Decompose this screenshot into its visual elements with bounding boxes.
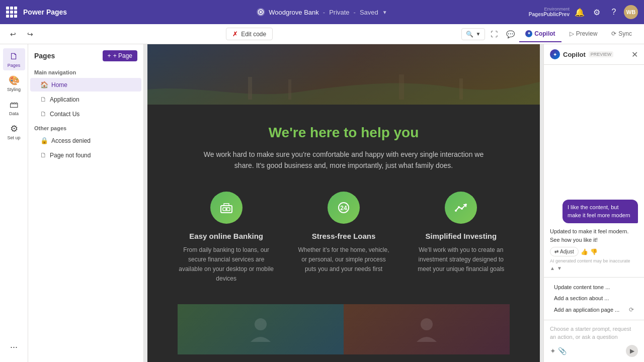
quick-prompt-update-tone[interactable]: Update content tone ... xyxy=(550,282,638,293)
nav-item-contact[interactable]: 🗋 Contact Us xyxy=(30,107,141,121)
copilot-header-left: ✦ Copilot PREVIEW xyxy=(550,49,613,59)
input-placeholder-text: Choose a starter prompt, request an acti… xyxy=(550,325,638,341)
investing-desc: We'll work with you to create an investm… xyxy=(413,245,510,275)
svg-rect-8 xyxy=(224,204,229,206)
svg-rect-2 xyxy=(248,77,252,100)
help-icon[interactable]: ? xyxy=(607,5,621,19)
status-chevron[interactable]: ▼ xyxy=(382,10,387,15)
avatar[interactable]: WB xyxy=(624,5,638,19)
quick-prompt-add-app-page[interactable]: Add an application page ... ⟳ xyxy=(550,304,638,316)
top-bar-center: Woodgrove Bank - Private - Saved ▼ xyxy=(257,8,387,16)
thumbs-up-button[interactable]: 👍 xyxy=(581,248,588,255)
bottom-images xyxy=(178,304,510,354)
loans-title: Stress-free Loans xyxy=(295,232,392,240)
more-icon: ··· xyxy=(10,342,18,352)
nav-item-home[interactable]: 🏠 Home xyxy=(30,78,141,92)
comments-button[interactable]: 💬 xyxy=(503,27,517,41)
feature-banking: Easy online Banking From daily banking t… xyxy=(178,192,275,284)
top-bar-right: Environment PagesPublicPrev 🔔 ⚙ ? WB xyxy=(529,5,638,19)
feedback-like-icon[interactable]: ▲ xyxy=(550,265,555,271)
env-badge: Environment PagesPublicPrev xyxy=(529,7,570,18)
fullscreen-button[interactable]: ⛶ xyxy=(487,27,501,41)
zoom-icon: 🔍 xyxy=(466,31,473,38)
edit-code-button[interactable]: ✗ Edit code xyxy=(226,28,273,40)
chat-spacer xyxy=(550,71,638,196)
settings-icon[interactable]: ⚙ xyxy=(590,5,604,19)
copilot-chat-area: I like the content, but make it feel mor… xyxy=(544,65,644,277)
top-bar-left: Power Pages xyxy=(6,7,67,18)
feature-investing: Simplified Investing We'll work with you… xyxy=(413,192,510,284)
ai-disclaimer: AI generated content may be inaccurate xyxy=(550,258,638,263)
save-status: Saved xyxy=(360,9,378,16)
sidebar-item-data[interactable]: 🗃 Data xyxy=(3,97,25,119)
svg-point-15 xyxy=(465,204,467,206)
sparkle-input-icon[interactable]: ✦ xyxy=(550,347,556,355)
pages-panel-header: Pages + + Page xyxy=(28,44,143,65)
action-tabs: 💬 ✦ Copilot ▷ Preview ⟳ Sync xyxy=(503,26,638,42)
chat-response-text: Updated to make it feel modern. See how … xyxy=(550,227,638,244)
banking-title: Easy online Banking xyxy=(178,232,275,240)
features-row: Easy online Banking From daily banking t… xyxy=(178,192,510,284)
svg-text:24: 24 xyxy=(340,205,347,212)
bottom-image-left xyxy=(178,304,344,354)
send-button[interactable]: ▶ xyxy=(626,345,638,357)
svg-rect-3 xyxy=(288,79,291,100)
undo-redo-group: ↩ ↪ xyxy=(6,27,37,41)
copilot-logo: ✦ xyxy=(550,49,560,59)
feedback-icons: ▲ ▼ xyxy=(550,265,638,271)
sync-tab[interactable]: ⟳ Sync xyxy=(605,26,638,42)
nav-item-access-denied[interactable]: 🔒 Access denied xyxy=(30,134,141,147)
svg-point-13 xyxy=(458,206,460,208)
page-hero-subtitle: We work hard to make sure you're comfort… xyxy=(203,149,485,171)
waffle-icon[interactable] xyxy=(6,7,17,18)
preview-icon: ▷ xyxy=(570,30,574,37)
canvas-area: We're here to help you We work hard to m… xyxy=(144,44,543,362)
feature-loans: 24 Stress-free Loans Whether it's for th… xyxy=(295,192,392,284)
zoom-button[interactable]: 🔍 ▼ xyxy=(461,28,485,40)
add-page-button[interactable]: + + Page xyxy=(103,50,137,61)
input-icons: ✦ 📎 xyxy=(550,347,567,355)
sync-icon: ⟳ xyxy=(611,30,616,37)
separator2: - xyxy=(354,9,356,16)
sidebar-item-styling[interactable]: 🎨 Styling xyxy=(3,72,25,95)
copilot-input-area: Choose a starter prompt, request an acti… xyxy=(544,320,644,362)
nav-item-application[interactable]: 🗋 Application xyxy=(30,93,141,106)
chat-user-message: I like the content, but make it feel mor… xyxy=(562,200,638,223)
page-section: We're here to help you We work hard to m… xyxy=(147,105,540,362)
contact-page-icon: 🗋 xyxy=(40,110,47,118)
sidebar-item-setup[interactable]: ⚙ Set up xyxy=(3,121,25,143)
chat-response-block: Updated to make it feel modern. See how … xyxy=(550,227,638,271)
site-name: Woodgrove Bank xyxy=(269,9,319,16)
top-bar: Power Pages Woodgrove Bank - Private - S… xyxy=(0,0,644,24)
undo-button[interactable]: ↩ xyxy=(6,27,20,41)
left-sidebar: 🗋 Pages 🎨 Styling 🗃 Data ⚙ Set up ··· xyxy=(0,44,28,362)
investing-icon xyxy=(445,192,477,224)
loans-desc: Whether it's for the home, vehicle, or p… xyxy=(295,245,392,275)
styling-icon: 🎨 xyxy=(9,75,20,86)
quick-prompts: Update content tone ... Add a section ab… xyxy=(544,277,644,320)
banking-desc: From daily banking to loans, our secure … xyxy=(178,245,275,284)
sidebar-item-pages[interactable]: 🗋 Pages xyxy=(3,48,25,70)
copilot-close-button[interactable]: ✕ xyxy=(631,50,638,59)
adjust-row: ⇄ Adjust 👍 👎 xyxy=(550,247,638,256)
add-icon: + xyxy=(108,52,111,59)
page-hero-title: We're here to help you xyxy=(178,125,510,141)
nav-item-page-not-found[interactable]: 🗋 Page not found xyxy=(30,148,141,162)
feedback-dislike-icon[interactable]: ▼ xyxy=(557,265,562,271)
input-toolbar: ✦ 📎 ▶ xyxy=(550,345,638,357)
adjust-button[interactable]: ⇄ Adjust xyxy=(550,247,579,256)
main-nav-label: Main navigation xyxy=(28,65,143,77)
sidebar-more-button[interactable]: ··· xyxy=(3,336,25,358)
svg-point-1 xyxy=(260,11,262,13)
notifications-icon[interactable]: 🔔 xyxy=(573,5,587,19)
thumbs-down-button[interactable]: 👎 xyxy=(590,248,598,255)
investing-title: Simplified Investing xyxy=(413,232,510,240)
data-icon: 🗃 xyxy=(10,100,19,110)
quick-prompt-add-section[interactable]: Add a section about ... xyxy=(550,293,638,304)
attachment-input-icon[interactable]: 📎 xyxy=(558,347,567,355)
redo-button[interactable]: ↪ xyxy=(23,27,37,41)
copilot-tab[interactable]: ✦ Copilot xyxy=(519,26,561,42)
adjust-icon: ⇄ xyxy=(554,249,558,254)
preview-tab[interactable]: ▷ Preview xyxy=(564,26,604,42)
hero-image xyxy=(147,44,540,105)
